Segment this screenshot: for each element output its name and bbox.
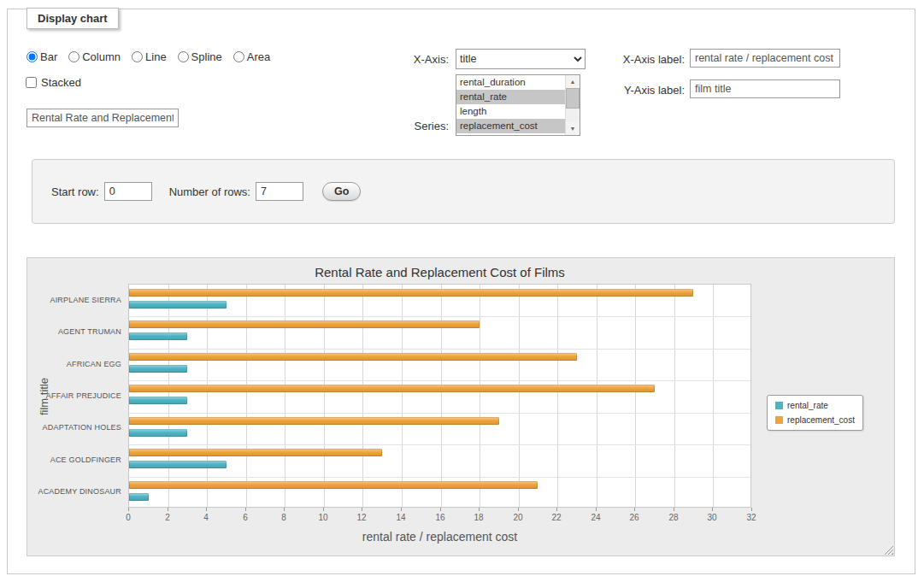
bar-rental_rate — [129, 332, 187, 340]
axis-tick — [168, 508, 168, 511]
axis-tick — [712, 508, 713, 511]
category-label: AFFAIR PREJUDICE — [27, 391, 125, 401]
axis-tick — [362, 508, 362, 511]
x-tick-label: 24 — [579, 513, 613, 522]
start-row-input[interactable] — [104, 182, 152, 201]
bar-rental_rate — [129, 301, 227, 309]
gridline — [129, 316, 750, 317]
gridline — [129, 349, 750, 350]
axis-tick — [518, 508, 519, 511]
gridline — [519, 285, 520, 507]
start-row-label: Start row: — [51, 185, 99, 198]
gridline — [324, 285, 325, 507]
x-tick-label: 14 — [384, 513, 418, 522]
chart-type-option-line[interactable]: Line — [132, 50, 167, 63]
gridline — [635, 285, 636, 507]
x-tick-label: 18 — [462, 513, 496, 522]
bar-replacement_cost — [129, 320, 480, 328]
x-tick-label: 16 — [423, 513, 457, 522]
category-label: AGENT TRUMAN — [27, 326, 125, 337]
axis-tick — [245, 508, 246, 511]
x-tick-label: 6 — [228, 513, 262, 522]
resize-handle[interactable] — [884, 545, 893, 555]
scroll-down-icon[interactable]: ▼ — [566, 122, 580, 135]
legend-item-replacement_cost[interactable]: replacement_cost — [775, 415, 855, 425]
chart-type-label-line: Line — [145, 50, 167, 63]
gridline — [713, 285, 714, 507]
chart-title-input[interactable] — [26, 109, 179, 127]
chart-type-option-spline[interactable]: Spline — [178, 50, 222, 63]
plot-area — [128, 284, 751, 508]
series-option-length[interactable]: length — [456, 104, 565, 119]
number-of-rows-label: Number of rows: — [169, 185, 250, 198]
chart-title: Rental Rate and Replacement Cost of Film… — [128, 265, 751, 279]
chart-type-radio-column[interactable] — [68, 51, 79, 62]
axis-tick — [479, 508, 480, 511]
x-tick-label: 12 — [344, 513, 379, 522]
gridline — [402, 285, 403, 507]
series-option-rental_rate[interactable]: rental_rate — [456, 90, 565, 104]
x-tick-label: 26 — [617, 513, 651, 522]
category-label: ACADEMY DINOSAUR — [27, 486, 125, 497]
chart-type-option-area[interactable]: Area — [233, 50, 270, 63]
chart-type-radio-area[interactable] — [233, 51, 244, 62]
x-tick-label: 32 — [734, 513, 768, 522]
y-axis-label-label: Y-Axis label: — [555, 84, 685, 97]
x-tick-label: 4 — [189, 513, 223, 522]
category-label: ACE GOLDFINGER — [27, 455, 125, 465]
go-button[interactable]: Go — [322, 182, 361, 201]
x-tick-label: 10 — [306, 513, 340, 522]
axis-tick — [596, 508, 597, 511]
gridline — [557, 285, 558, 507]
gridline — [129, 413, 750, 414]
gridline — [362, 285, 363, 507]
x-tick-label: 22 — [539, 513, 574, 522]
chart-type-radio-line[interactable] — [132, 51, 143, 62]
bar-rental_rate — [129, 493, 149, 501]
stacked-option[interactable]: Stacked — [26, 76, 81, 89]
x-axis-label-input[interactable] — [690, 49, 840, 68]
chart-type-option-bar[interactable]: Bar — [26, 50, 57, 63]
bar-replacement_cost — [129, 289, 693, 297]
series-items: rental_durationrental_ratelengthreplacem… — [456, 75, 565, 135]
gridline — [129, 477, 750, 478]
axis-tick — [674, 508, 674, 511]
gridline — [129, 444, 750, 445]
chart-type-label-column: Column — [82, 50, 121, 63]
number-of-rows-input[interactable] — [256, 182, 303, 201]
chart-type-label-spline: Spline — [191, 50, 222, 63]
legend-label-rental_rate: rental_rate — [787, 401, 828, 410]
x-tick-label: 0 — [111, 513, 145, 522]
scrollbar-track[interactable] — [566, 109, 580, 122]
stacked-checkbox[interactable] — [26, 77, 37, 88]
bar-replacement_cost — [129, 385, 655, 392]
x-tick-label: 28 — [656, 513, 691, 522]
chart-type-option-column[interactable]: Column — [68, 50, 121, 63]
chart-container: Rental Rate and Replacement Cost of Film… — [26, 257, 895, 556]
series-option-replacement_cost[interactable]: replacement_cost — [456, 119, 565, 133]
axis-tick — [323, 508, 324, 511]
gridline — [480, 285, 480, 507]
x-axis-label-label: X-Axis label: — [555, 53, 685, 66]
chart-type-radio-group: BarColumnLineSplineArea — [26, 50, 270, 63]
y-axis-label-input[interactable] — [690, 79, 840, 98]
bar-rental_rate — [129, 365, 187, 373]
x-tick-label: 20 — [501, 513, 535, 522]
series-option-rental_duration[interactable]: rental_duration — [456, 75, 565, 90]
legend-item-rental_rate[interactable]: rental_rate — [775, 401, 855, 410]
bar-rental_rate — [129, 461, 227, 468]
stacked-label: Stacked — [41, 76, 81, 89]
bar-replacement_cost — [129, 353, 577, 361]
row-controls-panel: Start row: Number of rows: Go — [32, 159, 895, 224]
axis-tick — [284, 508, 285, 511]
gridline — [285, 285, 285, 507]
x-axis-select-label: X-Axis: — [367, 53, 449, 66]
gridline — [441, 285, 442, 507]
gridline — [207, 285, 208, 507]
chart-type-radio-spline[interactable] — [178, 51, 189, 62]
category-label: AIRPLANE SIERRA — [27, 295, 125, 305]
gridline — [674, 285, 675, 507]
gridline — [129, 380, 750, 381]
gridline — [597, 285, 597, 507]
chart-type-radio-bar[interactable] — [26, 51, 38, 62]
